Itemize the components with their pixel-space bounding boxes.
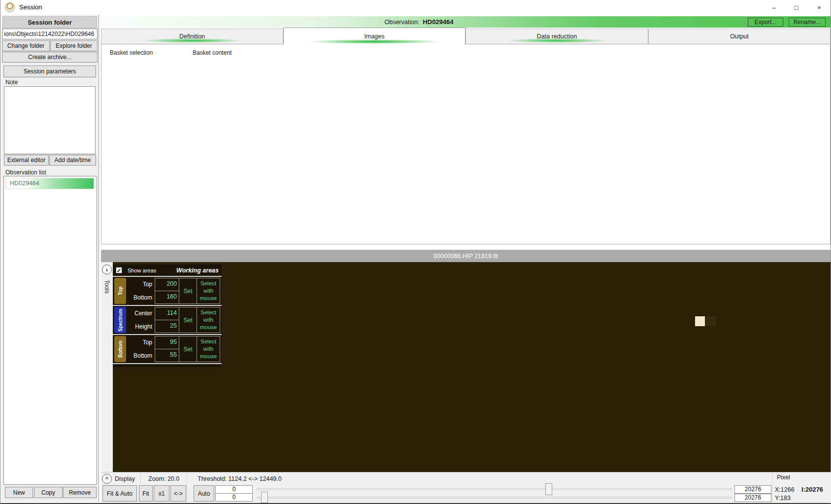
show-areas-label: Show areas [128,268,156,273]
threshold-low-input[interactable]: 0 [215,485,253,494]
observation-list-label: Observation list [5,169,46,176]
tab-definition[interactable]: Definition [101,29,283,44]
threshold-max-input2[interactable]: 20276 [734,494,771,502]
wa-field-label: Height [127,323,152,330]
export-button[interactable]: Export... [748,18,783,27]
collapse-display-icon[interactable]: ^ [102,474,112,484]
tab-green-smear [311,39,438,44]
wa-values: 200 160 [155,278,179,304]
observation-value: HD029464 [423,18,453,26]
wa-select-with-mouse-button[interactable]: Select with mouse [197,307,220,333]
copy-observation-button[interactable]: Copy [34,487,63,498]
observation-header-text: Observation: HD029464 [101,16,737,28]
add-datetime-button[interactable]: Add date/time [49,155,96,166]
minimize-icon[interactable]: – [763,0,785,15]
remove-observation-button[interactable]: Remove [63,487,97,498]
titlebar: Session – □ × [0,0,831,15]
threshold-low-slider-track[interactable] [257,497,732,499]
change-folder-button[interactable]: Change folder [2,40,50,51]
tools-vertical-label: Tools [102,276,112,298]
rename-button[interactable]: Rename... [789,18,826,27]
threshold-low-slider-thumb[interactable] [261,492,268,503]
working-areas-title: Working areas [176,267,219,274]
dim-spectrum-pixel [705,316,716,326]
bright-spectrum-pixel [695,316,705,326]
threshold-label: Threshold: 1124.2 <-> 12449.0 [198,475,282,482]
threshold-high-input[interactable]: 0 [215,493,253,502]
zoom-x1-button[interactable]: x1 [154,485,169,502]
tab-images[interactable]: Images [283,28,465,45]
wa-values: 114 25 [155,307,179,333]
session-parameters-button[interactable]: Session parameters [3,66,96,77]
wa-select-with-mouse-button[interactable]: Select with mouse [197,278,220,304]
tab-green-smear [506,38,608,43]
wa-set-button[interactable]: Set [179,336,197,362]
working-areas-panel: ✓ Show areas Working areas Top Top Botto… [113,265,222,367]
pixel-section-label: Pixel [777,474,790,481]
pixel-intensity-value: I:20276 [801,486,823,493]
wa-labels: Top Bottom [127,278,155,304]
threshold-high-slider-thumb[interactable] [545,483,552,495]
wa-value-input[interactable]: 95 [155,336,179,349]
working-areas-header: ✓ Show areas Working areas [113,265,222,277]
wa-value-input[interactable]: 25 [155,320,179,333]
working-area-row-spectrum: Spectrum Center Height 114 25 Set Select… [113,306,222,335]
wa-set-button[interactable]: Set [179,278,197,304]
viewer-title-bar: 00000066.HIP 21819.fit [101,250,831,262]
divider [187,473,187,502]
wa-set-button[interactable]: Set [179,307,197,333]
session-folder-path-input[interactable]: ions\Objects\12142022\HD029646 [2,29,98,39]
note-textarea[interactable] [4,86,96,154]
maximize-icon[interactable]: □ [785,0,808,15]
observation-list-item[interactable]: HD029464 [5,178,94,189]
tab-output[interactable]: Output [648,29,831,44]
wa-value-input[interactable]: 114 [155,307,179,320]
zoom-level-label: Zoom: 20.0 [148,475,179,482]
wa-field-label: Top [127,339,152,346]
sidebar: Session folder ions\Objects\12142022\HD0… [1,15,99,502]
explore-folder-button[interactable]: Explore folder [50,40,98,51]
wa-value-input[interactable]: 200 [155,278,179,291]
wa-value-input[interactable]: 160 [155,291,179,304]
create-archive-button[interactable]: Create archive... [2,52,98,63]
session-folder-header: Session folder [2,16,97,28]
wa-labels: Top Bottom [127,336,155,362]
threshold-high-slider-track[interactable] [257,488,732,490]
working-area-row-bottom: Bottom Top Bottom 95 55 Set Select with … [113,335,222,364]
wa-labels: Center Height [127,307,155,333]
tab-output-label: Output [730,33,749,40]
basket-selection-label: Basket selection [108,49,154,56]
session-window: Session – □ × Session folder ions\Object… [0,0,831,504]
wa-select-with-mouse-button[interactable]: Select with mouse [197,336,220,362]
show-areas-checkbox[interactable]: ✓ [116,267,122,273]
wa-field-label: Center [127,310,152,317]
fit-button[interactable]: Fit [139,485,153,502]
wa-field-label: Bottom [127,294,152,301]
pixel-y-value: Y:183 [775,495,791,502]
tab-green-smear [141,38,243,43]
wa-values: 95 55 [155,336,179,362]
external-editor-button[interactable]: External editor [4,155,49,166]
working-area-row-top: Top Top Bottom 200 160 Set Select with m… [113,277,222,306]
note-label: Note [5,79,18,86]
auto-threshold-button[interactable]: Auto [194,485,214,502]
close-icon[interactable]: × [808,0,831,15]
tab-images-label: Images [365,33,385,40]
observation-label: Observation: [384,19,419,26]
wa-tab-top[interactable]: Top [114,278,126,304]
wa-tab-spectrum[interactable]: Spectrum [114,307,126,333]
tab-data-reduction[interactable]: Data reduction [465,29,648,44]
new-observation-button[interactable]: New [5,487,33,498]
threshold-max-input[interactable]: 20276 [734,485,771,494]
wa-value-input[interactable]: 55 [155,349,179,362]
observation-list: HD029464 [3,176,97,485]
observation-header-bar: Observation: HD029464 [101,16,831,28]
wa-tab-bottom[interactable]: Bottom [114,336,126,362]
collapse-tools-icon[interactable]: ‹ [102,265,112,274]
divider [772,473,773,502]
fit-width-button[interactable]: <-> [170,485,186,502]
images-tab-page [101,44,831,244]
fit-and-auto-button[interactable]: Fit & Auto [102,485,137,502]
basket-content-label: Basket content [191,49,233,56]
app-icon [5,2,15,12]
